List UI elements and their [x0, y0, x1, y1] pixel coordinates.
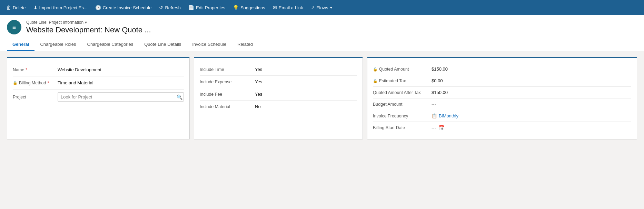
- suggestions-icon: 💡: [233, 5, 239, 10]
- tab-related[interactable]: Related: [232, 38, 258, 51]
- right-card: 🔒 Quoted Amount $150.00 🔒 Estimated Tax …: [367, 57, 637, 139]
- billing-start-date-value: --- 📅: [432, 125, 631, 130]
- flows-button[interactable]: ↗ Flows ▾: [307, 3, 336, 12]
- tab-invoice-schedule[interactable]: Invoice Schedule: [187, 38, 232, 51]
- invoice-frequency-row: Invoice Frequency 📋 BiMonthly: [373, 110, 631, 122]
- include-fee-value: Yes: [255, 92, 262, 97]
- estimated-tax-lock-icon: 🔒: [373, 79, 378, 83]
- edit-properties-button[interactable]: 📄 Edit Properties: [185, 3, 229, 12]
- breadcrumb-chevron-icon: ▾: [85, 20, 87, 25]
- avatar-icon: ≡: [12, 24, 16, 31]
- quoted-amount-row: 🔒 Quoted Amount $150.00: [373, 63, 631, 75]
- tab-chargeable-categories[interactable]: Chargeable Categories: [82, 38, 139, 51]
- billing-method-lock-icon: 🔒: [13, 81, 18, 85]
- import-icon: ⬇: [33, 5, 38, 10]
- entity-avatar: ≡: [7, 20, 21, 34]
- include-expense-value: Yes: [255, 79, 262, 84]
- include-material-label: Include Material: [200, 104, 255, 109]
- import-button[interactable]: ⬇ Import from Project Es...: [30, 3, 91, 12]
- edit-properties-icon: 📄: [188, 5, 194, 10]
- billing-method-label: 🔒 Billing Method *: [13, 81, 58, 85]
- name-field-row: Name * Website Development: [13, 63, 184, 76]
- middle-card: Include Time Yes Include Expense Yes Inc…: [194, 57, 363, 139]
- email-link-icon: ✉: [273, 5, 277, 10]
- quoted-after-tax-label: Quoted Amount After Tax: [373, 90, 432, 95]
- main-content: Name * Website Development 🔒 Billing Met…: [0, 51, 644, 145]
- refresh-button[interactable]: ↺ Refresh: [156, 3, 184, 12]
- name-value: Website Development: [58, 67, 184, 72]
- quoted-amount-value: $150.00: [432, 66, 631, 72]
- tabs-bar: General Chargeable Roles Chargeable Cate…: [0, 38, 644, 51]
- search-icon: 🔍: [177, 94, 182, 100]
- name-required-star: *: [26, 67, 27, 72]
- create-invoice-icon: 🕐: [95, 5, 101, 10]
- page-title: Website Development: New Quote ...: [26, 25, 151, 34]
- include-time-value: Yes: [255, 67, 262, 72]
- toolbar: 🗑 Delete ⬇ Import from Project Es... 🕐 C…: [0, 0, 644, 15]
- include-expense-label: Include Expense: [200, 80, 255, 84]
- include-time-label: Include Time: [200, 67, 255, 72]
- left-card: Name * Website Development 🔒 Billing Met…: [7, 57, 190, 139]
- estimated-tax-label: 🔒 Estimated Tax: [373, 79, 432, 83]
- billing-required-star: *: [48, 81, 49, 85]
- breadcrumb[interactable]: Quote Line: Project Information ▾: [26, 20, 151, 25]
- include-fee-row: Include Fee Yes: [200, 88, 357, 101]
- invoice-frequency-label: Invoice Frequency: [373, 114, 432, 118]
- include-fee-label: Include Fee: [200, 92, 255, 97]
- name-label: Name *: [13, 67, 58, 72]
- flows-chevron-icon: ▾: [330, 6, 332, 10]
- budget-amount-value: ---: [432, 102, 631, 107]
- quoted-after-tax-value: $150.00: [432, 90, 631, 95]
- quoted-amount-lock-icon: 🔒: [373, 67, 378, 71]
- suggestions-button[interactable]: 💡 Suggestions: [229, 3, 269, 12]
- budget-amount-label: Budget Amount: [373, 102, 432, 107]
- quoted-after-tax-row: Quoted Amount After Tax $150.00: [373, 87, 631, 98]
- billing-start-date-row: Billing Start Date --- 📅: [373, 122, 631, 134]
- invoice-frequency-value[interactable]: 📋 BiMonthly: [432, 113, 631, 118]
- email-link-button[interactable]: ✉ Email a Link: [269, 3, 307, 12]
- project-search-input[interactable]: [58, 92, 184, 102]
- project-search-icon-button[interactable]: 🔍: [177, 94, 182, 100]
- header-area: ≡ Quote Line: Project Information ▾ Webs…: [0, 15, 644, 38]
- project-label: Project: [13, 95, 58, 100]
- include-time-row: Include Time Yes: [200, 63, 357, 76]
- include-material-row: Include Material No: [200, 101, 357, 113]
- tab-general[interactable]: General: [7, 38, 34, 51]
- billing-method-value: Time and Material: [58, 80, 184, 85]
- billing-start-date-label: Billing Start Date: [373, 125, 432, 130]
- estimated-tax-value: $0.00: [432, 78, 631, 83]
- project-field-row: Project 🔍: [13, 90, 184, 104]
- tab-chargeable-roles[interactable]: Chargeable Roles: [34, 38, 81, 51]
- budget-amount-row: Budget Amount ---: [373, 98, 631, 110]
- billing-method-row: 🔒 Billing Method * Time and Material: [13, 76, 184, 90]
- estimated-tax-row: 🔒 Estimated Tax $0.00: [373, 75, 631, 87]
- invoice-frequency-link-icon: 📋: [432, 113, 437, 118]
- header-text: Quote Line: Project Information ▾ Websit…: [26, 20, 151, 34]
- quoted-amount-label: 🔒 Quoted Amount: [373, 67, 432, 72]
- delete-icon: 🗑: [6, 5, 11, 10]
- tab-quote-line-details[interactable]: Quote Line Details: [139, 38, 187, 51]
- project-input-wrapper: 🔍: [58, 92, 184, 102]
- create-invoice-button[interactable]: 🕐 Create Invoice Schedule: [92, 3, 155, 12]
- include-material-value: No: [255, 104, 261, 109]
- billing-start-calendar-icon[interactable]: 📅: [439, 125, 445, 130]
- include-expense-row: Include Expense Yes: [200, 76, 357, 88]
- flows-icon: ↗: [311, 5, 315, 10]
- refresh-icon: ↺: [159, 5, 163, 10]
- delete-button[interactable]: 🗑 Delete: [3, 3, 29, 12]
